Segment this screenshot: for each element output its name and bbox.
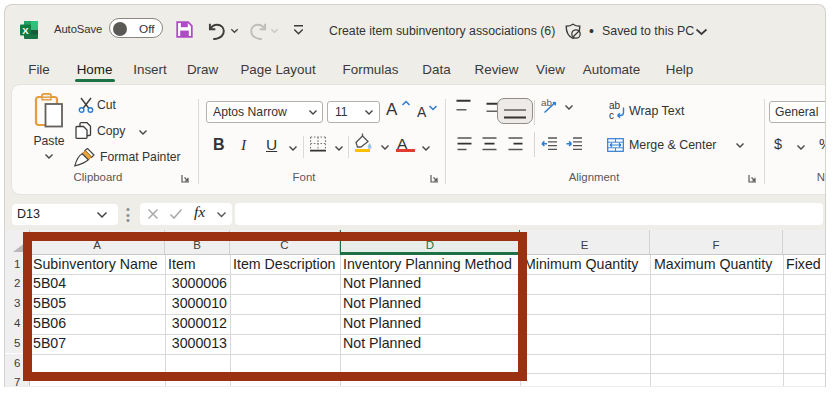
svg-text:c: c <box>609 110 614 120</box>
svg-text:X: X <box>22 25 29 36</box>
